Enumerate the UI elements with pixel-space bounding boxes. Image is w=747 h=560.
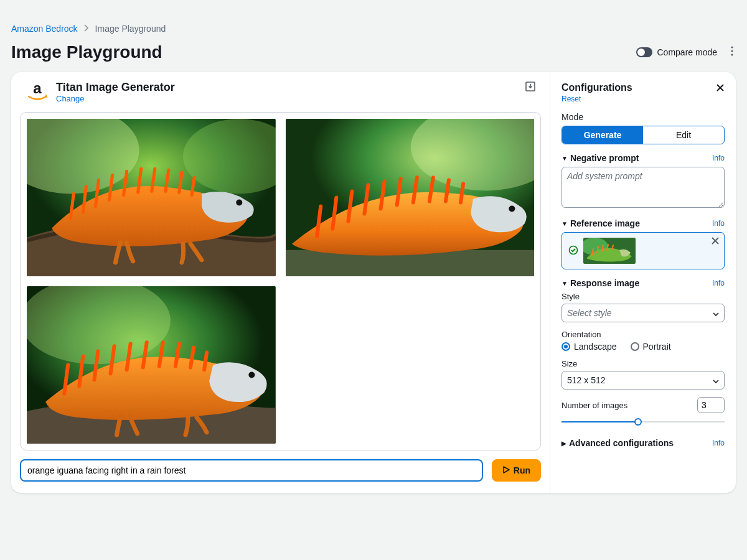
orientation-label: Orientation <box>561 330 725 339</box>
mode-edit-tab[interactable]: Edit <box>643 126 724 144</box>
configurations-sidebar: Configurations Reset Mode Generate Edit … <box>550 72 736 493</box>
caret-down-icon: ▼ <box>561 280 568 287</box>
svg-point-8 <box>236 199 242 205</box>
close-sidebar-button[interactable] <box>716 82 725 95</box>
num-images-slider[interactable] <box>561 417 725 427</box>
orientation-portrait-radio[interactable]: Portrait <box>631 342 671 352</box>
compare-mode-toggle[interactable]: Compare mode <box>636 47 718 57</box>
more-actions-button[interactable] <box>728 44 736 62</box>
compare-mode-label: Compare mode <box>657 47 718 57</box>
config-title: Configurations <box>561 82 632 93</box>
svg-line-44 <box>204 352 207 370</box>
breadcrumb: Amazon Bedrock Image Playground <box>11 24 736 34</box>
amazon-logo-icon: a <box>25 81 50 102</box>
reset-link[interactable]: Reset <box>561 95 632 103</box>
toggle-icon <box>636 47 652 57</box>
prompt-input[interactable] <box>20 459 483 482</box>
reference-thumbnail[interactable] <box>583 238 636 264</box>
response-image-info[interactable]: Info <box>712 279 725 287</box>
caret-down-icon <box>713 375 719 385</box>
style-label: Style <box>561 292 725 301</box>
svg-line-31 <box>461 184 463 202</box>
svg-point-21 <box>509 206 515 212</box>
size-label: Size <box>561 359 725 368</box>
check-circle-icon <box>568 245 578 257</box>
svg-text:a: a <box>33 81 42 96</box>
orientation-landscape-radio[interactable]: Landscape <box>561 342 617 352</box>
negative-prompt-input[interactable] <box>561 167 725 208</box>
style-select[interactable]: Select style <box>561 304 725 322</box>
playground-panel: a Titan Image Generator Change <box>11 72 736 493</box>
reference-image-info[interactable]: Info <box>712 219 725 228</box>
generated-image[interactable] <box>286 119 535 276</box>
radio-checked-icon <box>561 342 570 351</box>
svg-point-2 <box>731 54 733 55</box>
advanced-config-header[interactable]: ▶ Advanced configurations <box>561 438 674 448</box>
response-image-header[interactable]: ▼ Response image <box>561 278 639 288</box>
play-icon <box>502 465 510 475</box>
run-button-label: Run <box>514 465 530 475</box>
caret-down-icon: ▼ <box>561 155 568 162</box>
run-button[interactable]: Run <box>492 459 541 482</box>
download-button[interactable] <box>525 81 536 94</box>
caret-down-icon: ▼ <box>561 220 568 227</box>
mode-segmented: Generate Edit <box>561 126 725 144</box>
svg-point-34 <box>248 371 255 378</box>
image-gallery <box>20 112 541 450</box>
chevron-right-icon <box>84 24 89 34</box>
advanced-config-info[interactable]: Info <box>712 439 725 447</box>
negative-prompt-info[interactable]: Info <box>712 154 725 162</box>
model-name: Titan Image Generator <box>56 81 175 94</box>
mode-generate-tab[interactable]: Generate <box>562 126 643 144</box>
change-model-link[interactable]: Change <box>56 94 175 103</box>
svg-point-0 <box>731 46 733 48</box>
slider-thumb[interactable] <box>634 418 642 426</box>
reference-image-box <box>561 232 725 269</box>
remove-reference-button[interactable] <box>712 236 719 246</box>
size-select[interactable]: 512 x 512 <box>561 371 725 390</box>
radio-unchecked-icon <box>631 342 639 351</box>
num-images-input[interactable] <box>697 397 725 413</box>
breadcrumb-current: Image Playground <box>95 24 166 34</box>
num-images-label: Number of images <box>561 401 627 410</box>
generated-image[interactable] <box>27 119 276 276</box>
reference-image-header[interactable]: ▼ Reference image <box>561 218 640 228</box>
svg-point-1 <box>731 50 733 52</box>
mode-label: Mode <box>561 112 725 122</box>
negative-prompt-header[interactable]: ▼ Negative prompt <box>561 153 639 163</box>
caret-right-icon: ▶ <box>561 440 566 447</box>
caret-down-icon <box>713 308 719 318</box>
page-title: Image Playground <box>11 42 162 62</box>
generated-image[interactable] <box>27 286 276 444</box>
breadcrumb-root[interactable]: Amazon Bedrock <box>11 24 78 34</box>
